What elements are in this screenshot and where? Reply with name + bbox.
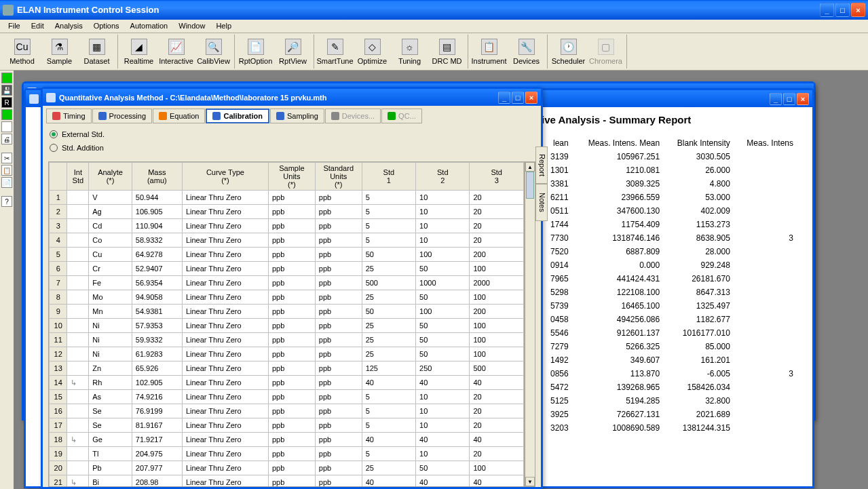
toolbar-scheduler[interactable]: 🕐Scheduler <box>550 35 587 69</box>
standard-units-cell[interactable]: ppb <box>315 290 362 305</box>
tab-timing[interactable]: Timing <box>46 109 92 123</box>
toolbar-tuning[interactable]: ☼Tuning <box>391 35 428 69</box>
curve-cell[interactable]: Linear Thru Zero <box>182 475 268 488</box>
row-number[interactable]: 19 <box>50 447 67 461</box>
sample-units-cell[interactable]: ppb <box>268 333 315 347</box>
std2-cell[interactable]: 1000 <box>416 276 470 290</box>
row-number[interactable]: 6 <box>50 262 67 276</box>
sample-units-cell[interactable]: ppb <box>268 205 315 219</box>
tab-sampling[interactable]: Sampling <box>270 109 324 123</box>
mass-cell[interactable]: 102.905 <box>132 376 182 390</box>
std3-cell[interactable]: 20 <box>470 390 524 404</box>
mass-cell[interactable]: 208.98 <box>132 475 182 488</box>
std3-cell[interactable]: 20 <box>470 404 524 418</box>
sample-units-cell[interactable]: ppb <box>268 191 315 205</box>
analyte-cell[interactable]: Se <box>89 418 132 433</box>
table-row[interactable]: 9Mn54.9381Linear Thru Zeroppbppb50100200 <box>50 305 524 319</box>
mass-cell[interactable]: 204.975 <box>132 447 182 461</box>
table-row[interactable]: 3Cd110.904Linear Thru Zeroppbppb51020 <box>50 219 524 233</box>
std3-cell[interactable]: 20 <box>470 205 524 219</box>
table-row[interactable]: 4Co58.9332Linear Thru Zeroppbppb51020 <box>50 233 524 248</box>
row-number[interactable]: 16 <box>50 404 67 418</box>
std3-cell[interactable]: 20 <box>470 418 524 433</box>
method-minimize-button[interactable]: _ <box>498 92 510 104</box>
curve-cell[interactable]: Linear Thru Zero <box>182 205 268 219</box>
curve-cell[interactable]: Linear Thru Zero <box>182 248 268 262</box>
analyte-cell[interactable]: Mn <box>89 305 132 319</box>
mass-cell[interactable]: 61.9283 <box>132 347 182 361</box>
curve-cell[interactable]: Linear Thru Zero <box>182 361 268 376</box>
toolbar-rptoption[interactable]: 📄RptOption <box>237 35 274 69</box>
std2-cell[interactable]: 10 <box>416 219 470 233</box>
toolbar-method[interactable]: CuMethod <box>3 35 41 69</box>
table-row[interactable]: 14↳Rh102.905Linear Thru Zeroppbppb404040 <box>50 376 524 390</box>
analyte-cell[interactable]: Tl <box>89 447 132 461</box>
int-std-cell[interactable]: ↳ <box>67 376 89 390</box>
std1-cell[interactable]: 40 <box>362 376 415 390</box>
standard-units-cell[interactable]: ppb <box>315 361 362 376</box>
std2-cell[interactable]: 250 <box>416 361 470 376</box>
std2-cell[interactable]: 40 <box>416 433 470 447</box>
row-number[interactable]: 13 <box>50 361 67 376</box>
paste-icon[interactable]: 📄 <box>1 177 12 188</box>
sample-units-cell[interactable]: ppb <box>268 404 315 418</box>
method-titlebar[interactable]: Quantitative Analysis Method - C:\Elanda… <box>43 89 541 106</box>
std1-cell[interactable]: 25 <box>362 319 415 333</box>
int-std-cell[interactable] <box>67 319 89 333</box>
sample-units-cell[interactable]: ppb <box>268 248 315 262</box>
mass-cell[interactable]: 65.926 <box>132 361 182 376</box>
sample-units-cell[interactable]: ppb <box>268 305 315 319</box>
side-icon-r[interactable]: R <box>1 97 12 108</box>
int-std-cell[interactable] <box>67 276 89 290</box>
analyte-cell[interactable]: Cu <box>89 248 132 262</box>
column-header[interactable]: IntStd <box>67 163 89 191</box>
row-number[interactable]: 10 <box>50 319 67 333</box>
std1-cell[interactable]: 500 <box>362 276 415 290</box>
std3-cell[interactable]: 2000 <box>470 276 524 290</box>
std3-cell[interactable]: 20 <box>470 447 524 461</box>
std2-cell[interactable]: 10 <box>416 447 470 461</box>
int-std-cell[interactable]: ↳ <box>67 475 89 488</box>
standard-units-cell[interactable]: ppb <box>315 404 362 418</box>
sample-units-cell[interactable]: ppb <box>268 433 315 447</box>
table-row[interactable]: 16Se76.9199Linear Thru Zeroppbppb51020 <box>50 404 524 418</box>
row-number[interactable]: 11 <box>50 333 67 347</box>
std1-cell[interactable]: 5 <box>362 447 415 461</box>
menu-options[interactable]: Options <box>88 20 125 33</box>
mass-cell[interactable]: 58.9332 <box>132 233 182 248</box>
mass-cell[interactable]: 110.904 <box>132 219 182 233</box>
method-close-button[interactable]: × <box>525 92 537 104</box>
cut-icon[interactable]: ✂ <box>1 153 12 163</box>
main-maximize-button[interactable]: □ <box>835 3 850 17</box>
row-number[interactable]: 15 <box>50 390 67 404</box>
toolbar-realtime[interactable]: ◢Realtime <box>120 35 157 69</box>
std1-cell[interactable]: 25 <box>362 347 415 361</box>
table-row[interactable]: 21↳Bi208.98Linear Thru Zeroppbppb404040 <box>50 475 524 488</box>
scroll-down-button[interactable]: ▼ <box>525 477 535 486</box>
save-icon[interactable]: 💾 <box>1 85 12 96</box>
column-header[interactable]: Sample Units(*) <box>268 163 315 191</box>
int-std-cell[interactable] <box>67 191 89 205</box>
mass-cell[interactable]: 59.9332 <box>132 333 182 347</box>
mass-cell[interactable]: 50.944 <box>132 191 182 205</box>
analyte-cell[interactable]: Mo <box>89 290 132 305</box>
sample-units-cell[interactable]: ppb <box>268 390 315 404</box>
toolbar-drc md[interactable]: ▤DRC MD <box>428 35 466 69</box>
row-number[interactable]: 7 <box>50 276 67 290</box>
main-close-button[interactable]: × <box>851 3 865 17</box>
row-number[interactable]: 21 <box>50 475 67 488</box>
std2-cell[interactable]: 50 <box>416 461 470 475</box>
print-icon[interactable]: 🖨 <box>1 134 12 144</box>
row-number[interactable]: 12 <box>50 347 67 361</box>
table-row[interactable]: 10Ni57.9353Linear Thru Zeroppbppb2550100 <box>50 319 524 333</box>
sample-units-cell[interactable]: ppb <box>268 276 315 290</box>
curve-cell[interactable]: Linear Thru Zero <box>182 233 268 248</box>
std3-cell[interactable]: 200 <box>470 248 524 262</box>
standard-units-cell[interactable]: ppb <box>315 447 362 461</box>
toolbar-smarttune[interactable]: ✎SmartTune <box>316 35 354 69</box>
toolbar-instrument[interactable]: 📋Instrument <box>470 35 508 69</box>
mass-cell[interactable]: 64.9278 <box>132 248 182 262</box>
standard-units-cell[interactable]: ppb <box>315 418 362 433</box>
std3-cell[interactable]: 100 <box>470 290 524 305</box>
analyte-cell[interactable]: Ni <box>89 319 132 333</box>
